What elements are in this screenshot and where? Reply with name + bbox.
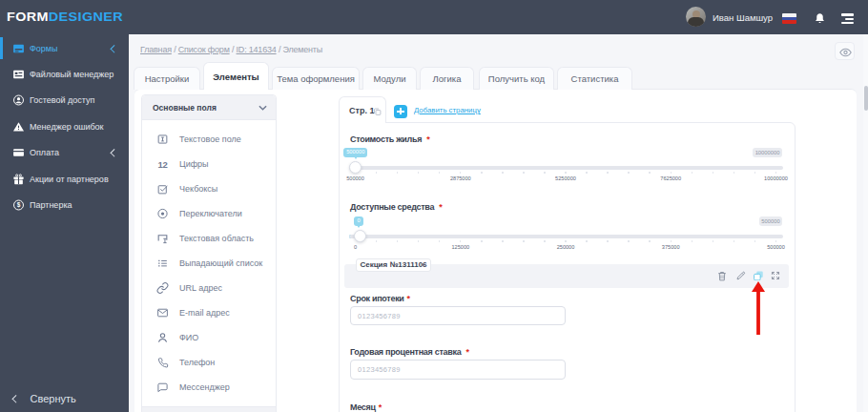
svg-text:$: $ — [17, 201, 21, 209]
